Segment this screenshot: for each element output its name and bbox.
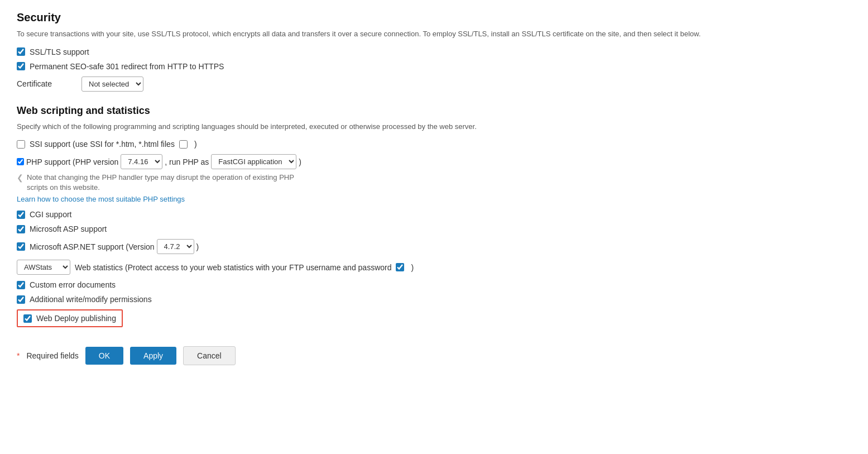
aspnet-label: Microsoft ASP.NET support (Version 4.7.2…: [30, 239, 199, 254]
aspnet-row: Microsoft ASP.NET support (Version 4.7.2…: [17, 239, 851, 254]
asp-row: Microsoft ASP support: [17, 224, 851, 233]
additional-write-label: Additional write/modify permissions: [30, 295, 152, 304]
required-label: Required fields: [26, 351, 78, 360]
redirect-checkbox[interactable]: [17, 62, 25, 70]
custom-errors-row: Custom error documents: [17, 280, 851, 289]
ssl-tls-label: SSL/TLS support: [30, 47, 89, 56]
aspnet-version-select[interactable]: 4.7.2 3.5 2.0: [157, 239, 194, 254]
certificate-select[interactable]: Not selected: [81, 77, 143, 92]
redirect-label: Permanent SEO-safe 301 redirect from HTT…: [30, 62, 224, 71]
ok-button[interactable]: OK: [85, 347, 123, 365]
webstats-row: AWStats Webalizer Web statistics (Protec…: [17, 260, 851, 275]
additional-write-checkbox[interactable]: [17, 295, 25, 304]
php-row: PHP support (PHP version 7.4.16 7.3.28 8…: [17, 154, 851, 169]
php-note-text: Note that changing the PHP handler type …: [27, 173, 296, 193]
web-scripting-title: Web scripting and statistics: [17, 105, 851, 117]
security-section: Security To secure transactions with you…: [17, 11, 851, 92]
ssi-files-checkbox[interactable]: [179, 140, 188, 149]
apply-button[interactable]: Apply: [130, 347, 176, 365]
webstats-select[interactable]: AWStats Webalizer: [17, 260, 70, 275]
web-deploy-highlighted-row: Web Deploy publishing: [17, 309, 123, 327]
ssl-tls-checkbox[interactable]: [17, 47, 25, 56]
note-arrow-icon: ❮: [17, 173, 23, 182]
security-title: Security: [17, 11, 851, 24]
ssi-row: SSI support (use SSI for *.htm, *.html f…: [17, 140, 851, 149]
cgi-label: CGI support: [30, 210, 71, 219]
webstats-label: Web statistics (Protect access to your w…: [75, 263, 414, 272]
asp-checkbox[interactable]: [17, 225, 25, 233]
webstats-protect-checkbox[interactable]: [396, 263, 404, 271]
php-checkbox[interactable]: [17, 158, 24, 165]
php-suffix: ): [299, 157, 301, 166]
web-scripting-description: Specify which of the following programmi…: [17, 121, 742, 132]
ssi-label: SSI support (use SSI for *.htm, *.html f…: [30, 140, 197, 149]
php-label: PHP support (PHP version: [26, 157, 118, 166]
security-description: To secure transactions with your site, u…: [17, 28, 742, 40]
cgi-checkbox[interactable]: [17, 211, 25, 219]
redirect-row: Permanent SEO-safe 301 redirect from HTT…: [17, 62, 851, 71]
certificate-row: Certificate Not selected: [17, 77, 851, 92]
certificate-label: Certificate: [17, 79, 73, 88]
web-deploy-label: Web Deploy publishing: [36, 314, 116, 323]
aspnet-checkbox[interactable]: [17, 242, 25, 251]
custom-errors-checkbox[interactable]: [17, 281, 25, 289]
ssl-tls-row: SSL/TLS support: [17, 47, 851, 56]
additional-write-row: Additional write/modify permissions: [17, 295, 851, 304]
web-deploy-checkbox[interactable]: [23, 314, 32, 323]
php-run-select[interactable]: FastCGI application CGI application Apac…: [211, 154, 296, 169]
custom-errors-label: Custom error documents: [30, 280, 116, 289]
php-learn-link[interactable]: Learn how to choose the most suitable PH…: [17, 195, 851, 203]
ssi-checkbox[interactable]: [17, 140, 25, 149]
php-run-as-label: , run PHP as: [165, 157, 209, 166]
php-version-select[interactable]: 7.4.16 7.3.28 8.0.3: [121, 154, 162, 169]
cgi-row: CGI support: [17, 210, 851, 219]
web-scripting-section: Web scripting and statistics Specify whi…: [17, 105, 851, 333]
asp-label: Microsoft ASP support: [30, 224, 107, 233]
php-note-box: ❮ Note that changing the PHP handler typ…: [17, 173, 296, 193]
footer-row: * Required fields OK Apply Cancel: [17, 346, 851, 365]
required-star: *: [17, 351, 20, 360]
cancel-button[interactable]: Cancel: [183, 346, 236, 365]
